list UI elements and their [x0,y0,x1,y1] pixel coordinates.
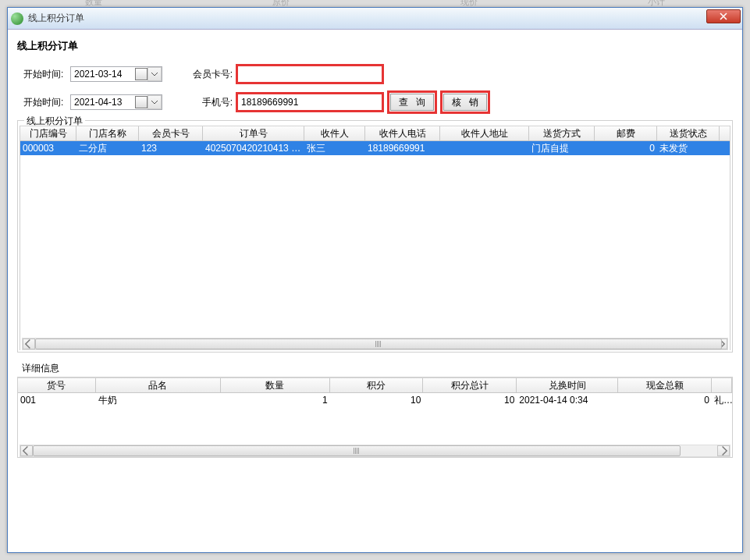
member-card-input[interactable] [237,66,382,83]
table-cell: 二分店 [76,141,139,155]
table-cell: 000003 [20,141,76,155]
date-dropdown-button[interactable] [148,95,162,109]
scroll-right-button[interactable] [717,445,730,456]
column-header[interactable]: 送货状态 [657,126,720,140]
calendar-icon[interactable] [135,96,148,108]
main-table-header: 门店编号门店名称会员卡号订单号收件人收件人电话收件人地址送货方式邮费送货状态 [20,126,730,141]
column-header[interactable]: 收件人 [304,126,365,140]
table-cell: 001 [18,393,96,407]
table-cell: 0 [618,393,712,407]
table-cell: 牛奶 [96,393,221,407]
main-table-container: 门店编号门店名称会员卡号订单号收件人收件人电话收件人地址送货方式邮费送货状态 0… [20,126,730,350]
table-cell: 123 [139,141,203,155]
detail-table-container: 货号品名数量积分积分总计兑换时间现金总额 001牛奶110102021-04-1… [17,377,733,458]
filter-form: 开始时间: 2021-03-14 会员卡号: 开始时间: 2021-04-13 [17,64,733,112]
main-table-fieldset: 线上积分订单 门店编号门店名称会员卡号订单号收件人收件人电话收件人地址送货方式邮… [17,120,733,353]
scroll-thumb[interactable] [33,445,681,456]
chevron-left-icon [23,338,34,349]
table-cell: 4025070420210413 4... [203,141,304,155]
column-header[interactable]: 积分 [330,378,424,392]
chevron-down-icon [151,98,158,106]
start-date-value: 2021-03-14 [74,69,122,80]
column-header[interactable]: 门店编号 [20,126,76,140]
column-header[interactable]: 数量 [221,378,330,392]
chevron-right-icon [718,445,729,456]
column-header[interactable]: 兑换时间 [517,378,618,392]
chevron-down-icon [151,70,158,78]
start-time-label: 开始时间: [23,68,70,81]
table-cell [440,141,529,155]
scroll-left-button[interactable] [20,445,33,456]
table-cell: 门店自提 [529,141,595,155]
content-area: 线上积分订单 开始时间: 2021-03-14 会员卡号: 开始时间: 2 [8,30,742,467]
table-cell: 2021-04-14 0:34 [517,393,618,407]
table-row[interactable]: 000003二分店1234025070420210413 4...张三18189… [20,141,730,155]
column-header[interactable]: 收件人地址 [440,126,529,140]
scroll-thumb[interactable] [35,338,722,349]
column-header[interactable]: 品名 [96,378,221,392]
scroll-left-button[interactable] [23,338,35,349]
end-time-label: 开始时间: [23,96,70,109]
chevron-left-icon [21,445,32,456]
date-dropdown-button[interactable] [148,67,162,81]
column-header[interactable]: 收件人电话 [365,126,440,140]
column-header[interactable]: 门店名称 [76,126,139,140]
column-header[interactable]: 订单号 [203,126,304,140]
column-header[interactable]: 积分总计 [423,378,517,392]
column-header[interactable] [712,378,732,392]
scroll-track[interactable] [35,338,715,349]
phone-label: 手机号: [190,96,233,109]
app-icon [11,12,23,25]
query-button[interactable]: 查 询 [390,94,434,111]
table-cell: 礼品 [712,393,732,407]
titlebar-text: 线上积分订单 [28,12,84,25]
detail-table-header: 货号品名数量积分积分总计兑换时间现金总额 [18,377,732,393]
horizontal-scrollbar[interactable] [22,338,728,350]
verify-button[interactable]: 核 销 [443,94,487,111]
table-cell: 未发货 [657,141,720,155]
start-date-input[interactable]: 2021-03-14 [70,66,162,82]
table-cell: 10 [423,393,517,407]
table-cell: 10 [330,393,424,407]
table-cell: 18189669991 [365,141,440,155]
scroll-track[interactable] [33,445,717,456]
column-header[interactable]: 会员卡号 [139,126,203,140]
column-header[interactable]: 现金总额 [618,378,712,392]
detail-section: 详细信息 货号品名数量积分积分总计兑换时间现金总额 001牛奶110102021… [17,362,733,458]
column-header[interactable]: 送货方式 [529,126,595,140]
end-date-input[interactable]: 2021-04-13 [70,94,162,110]
end-date-value: 2021-04-13 [74,97,122,108]
member-card-label: 会员卡号: [190,68,233,81]
phone-input[interactable] [237,94,382,111]
column-header[interactable]: 邮费 [595,126,657,140]
calendar-icon[interactable] [135,68,148,80]
main-window: 线上积分订单 线上积分订单 开始时间: 2021-03-14 会员卡号: [7,7,743,553]
column-header[interactable]: 货号 [18,378,96,392]
detail-legend: 详细信息 [17,362,733,375]
titlebar[interactable]: 线上积分订单 [8,8,742,30]
table-row[interactable]: 001牛奶110102021-04-14 0:340礼品 [18,393,732,407]
table-cell: 张三 [304,141,365,155]
table-cell: 1 [221,393,330,407]
close-icon [720,12,727,20]
horizontal-scrollbar[interactable] [20,445,730,457]
table-cell: 0 [595,141,657,155]
close-button[interactable] [706,9,741,23]
page-title: 线上积分订单 [17,39,733,53]
